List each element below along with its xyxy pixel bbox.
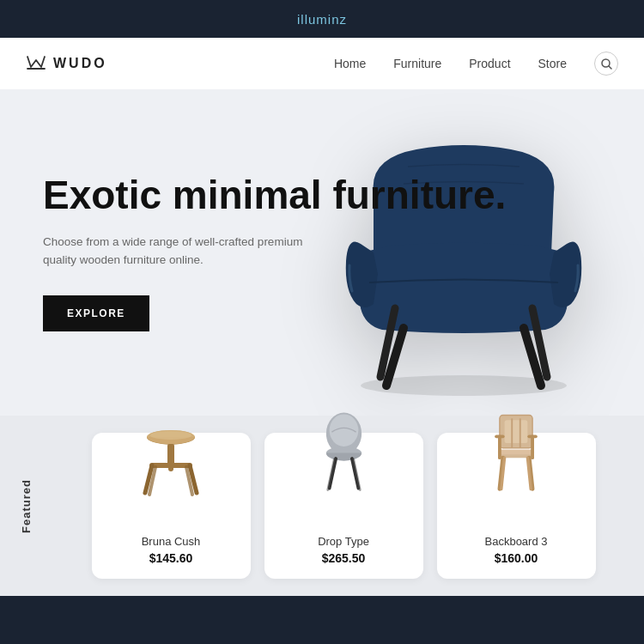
nav-product[interactable]: Product xyxy=(469,57,510,70)
top-bar: illuminz xyxy=(0,0,644,38)
logo-text: WUDO xyxy=(53,56,107,71)
svg-rect-30 xyxy=(498,450,534,455)
product-card-1[interactable]: Drop Type $265.50 xyxy=(264,433,423,579)
product-name-2: Backboard 3 xyxy=(485,535,548,548)
product-card-0[interactable]: Bruna Cush $145.60 xyxy=(92,433,251,579)
product-name-0: Bruna Cush xyxy=(142,535,201,548)
product-price-1: $265.50 xyxy=(322,551,366,565)
product-image-0 xyxy=(92,407,251,501)
svg-point-17 xyxy=(150,431,191,440)
product-price-0: $145.60 xyxy=(149,551,193,565)
hero-subtitle: Choose from a wide range of well-crafted… xyxy=(43,233,318,270)
svg-rect-11 xyxy=(168,454,173,471)
product-name-1: Drop Type xyxy=(318,535,369,548)
svg-line-2 xyxy=(609,66,611,69)
nav-furniture[interactable]: Furniture xyxy=(393,57,441,70)
featured-cards: Bruna Cush $145.60 xyxy=(52,416,644,596)
featured-label-wrapper: Featured xyxy=(0,416,52,596)
brand-name: illuminz xyxy=(297,12,347,27)
explore-button[interactable]: EXPLORE xyxy=(43,295,149,331)
product-image-2 xyxy=(437,407,596,497)
logo[interactable]: WUDO xyxy=(26,53,107,75)
hero-section: Exotic minimal furniture. Choose from a … xyxy=(0,89,644,416)
nav-home[interactable]: Home xyxy=(334,57,366,70)
featured-label: Featured xyxy=(20,479,33,533)
hero-content: Exotic minimal furniture. Choose from a … xyxy=(43,173,601,331)
product-image-1 xyxy=(264,407,423,497)
svg-rect-26 xyxy=(505,420,528,443)
product-card-2[interactable]: Backboard 3 $160.00 xyxy=(437,433,596,579)
nav-store[interactable]: Store xyxy=(538,57,567,70)
navigation: WUDO Home Furniture Product Store xyxy=(0,38,644,89)
featured-section: Featured xyxy=(0,416,644,596)
search-button[interactable] xyxy=(594,52,618,76)
product-price-2: $160.00 xyxy=(495,551,538,565)
nav-links: Home Furniture Product Store xyxy=(334,52,618,76)
hero-title: Exotic minimal furniture. xyxy=(43,173,601,217)
bottom-bar xyxy=(0,596,644,644)
logo-icon xyxy=(26,53,46,75)
